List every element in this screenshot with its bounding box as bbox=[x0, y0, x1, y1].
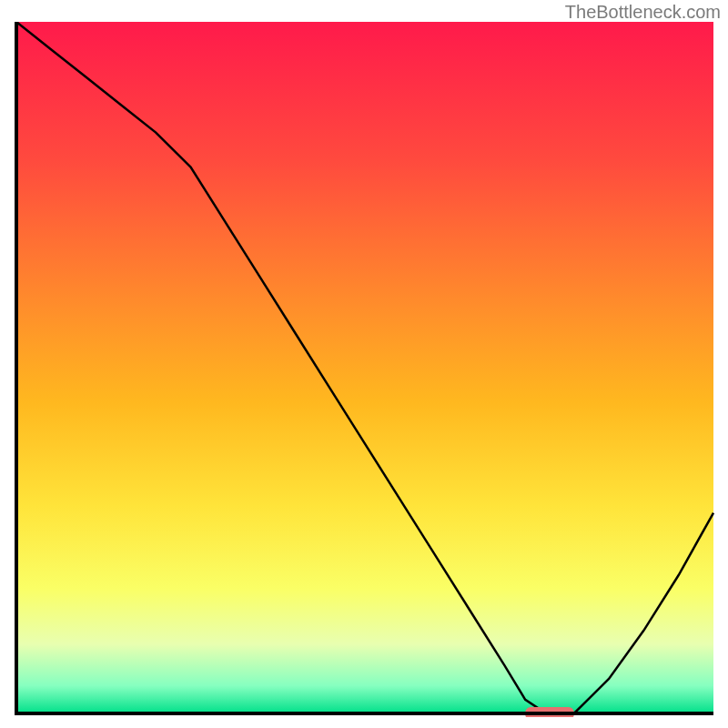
bottleneck-chart bbox=[15, 22, 715, 717]
chart-svg bbox=[15, 22, 715, 717]
watermark-text: TheBottleneck.com bbox=[565, 2, 721, 23]
plot-background bbox=[16, 22, 713, 713]
